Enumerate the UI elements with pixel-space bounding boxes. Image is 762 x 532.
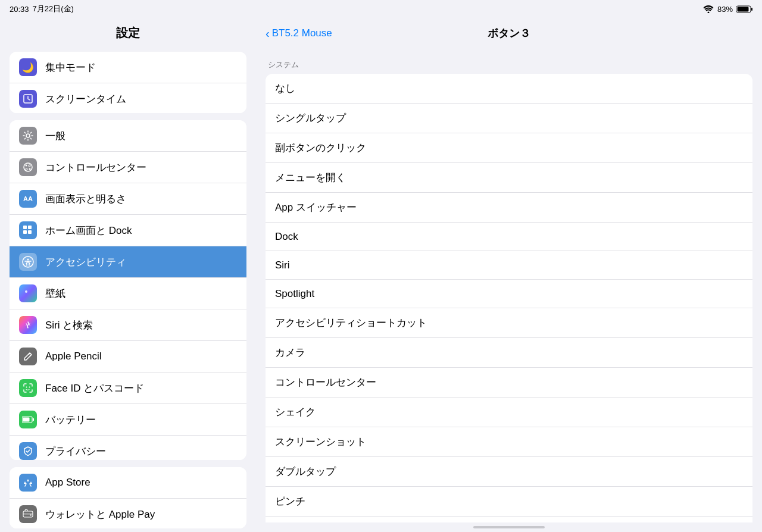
sidebar-item-wallpaper[interactable]: 壁紙 bbox=[10, 278, 246, 309]
svg-rect-24 bbox=[23, 513, 33, 515]
list-item[interactable]: なし bbox=[266, 74, 752, 104]
scroll-indicator bbox=[473, 526, 545, 528]
list-item[interactable]: ピンチ bbox=[266, 487, 752, 517]
svg-rect-10 bbox=[29, 165, 30, 167]
list-item[interactable]: Dock bbox=[266, 223, 752, 251]
section-label-system: システム bbox=[268, 60, 750, 70]
svg-rect-9 bbox=[26, 168, 27, 170]
back-chevron-icon: ‹ bbox=[266, 27, 270, 39]
list-item[interactable]: アクセシビリティショートカット bbox=[266, 308, 752, 338]
back-label: BT5.2 Mouse bbox=[272, 27, 332, 39]
sidebar-item-label-siri: Siri と検索 bbox=[45, 318, 93, 332]
list-item[interactable]: スクリーンショット bbox=[266, 427, 752, 457]
svg-point-18 bbox=[26, 387, 27, 388]
sidebar-item-label-focus: 集中モード bbox=[45, 61, 96, 74]
sidebar-item-label-battery: バッテリー bbox=[45, 413, 96, 427]
svg-point-7 bbox=[26, 165, 27, 167]
svg-point-6 bbox=[24, 163, 32, 171]
svg-rect-21 bbox=[33, 418, 34, 421]
wallet-icon bbox=[19, 505, 37, 523]
list-item[interactable]: メニューを開く bbox=[266, 163, 752, 193]
svg-rect-13 bbox=[23, 230, 27, 234]
sidebar-group-2: 一般 コントロールセンター AA 画面表示と明るさ bbox=[10, 120, 246, 460]
battery-icon-sidebar bbox=[19, 411, 37, 428]
list-item[interactable]: Spotlight bbox=[266, 280, 752, 308]
svg-rect-2 bbox=[751, 8, 752, 11]
sidebar-item-general[interactable]: 一般 bbox=[10, 120, 246, 152]
sidebar-item-control[interactable]: コントロールセンター bbox=[10, 152, 246, 183]
detail-header: ‹ BT5.2 Mouse ボタン３ bbox=[256, 18, 762, 49]
control-icon bbox=[19, 158, 37, 176]
svg-rect-22 bbox=[23, 418, 30, 422]
list-item[interactable]: ダブルタップ bbox=[266, 457, 752, 487]
sidebar-item-applepencil[interactable]: Apple Pencil bbox=[10, 341, 246, 373]
svg-point-5 bbox=[26, 134, 30, 137]
sidebar-title: 設定 bbox=[0, 18, 256, 48]
status-bar: 20:33 7月22日(金) 83% bbox=[0, 0, 762, 18]
list-item[interactable]: シェイク bbox=[266, 398, 752, 427]
sidebar-group-top: 🌙 集中モード スクリーンタイム bbox=[10, 52, 246, 113]
list-item[interactable]: Siri bbox=[266, 251, 752, 280]
sidebar-item-label-applepencil: Apple Pencil bbox=[45, 351, 102, 362]
back-button[interactable]: ‹ BT5.2 Mouse bbox=[266, 27, 332, 39]
sidebar-item-wallet[interactable]: ウォレットと Apple Pay bbox=[10, 499, 246, 528]
svg-point-19 bbox=[29, 387, 30, 388]
list-item[interactable]: シングルタップ bbox=[266, 104, 752, 133]
applepencil-icon bbox=[19, 348, 37, 365]
sidebar-item-label-general: 一般 bbox=[45, 129, 65, 143]
svg-point-17 bbox=[25, 290, 27, 293]
sidebar-item-focus[interactable]: 🌙 集中モード bbox=[10, 52, 246, 83]
list-item[interactable]: ピンチして回転 bbox=[266, 517, 752, 522]
svg-rect-14 bbox=[28, 230, 32, 234]
list-item[interactable]: カメラ bbox=[266, 338, 752, 368]
svg-rect-11 bbox=[23, 226, 27, 229]
sidebar-item-battery[interactable]: バッテリー bbox=[10, 404, 246, 436]
sidebar-item-label-homescreen: ホーム画面と Dock bbox=[45, 224, 132, 237]
sidebar-item-label-appstore: App Store bbox=[45, 477, 90, 489]
main-layout: 設定 🌙 集中モード スクリーンタイム bbox=[0, 18, 762, 532]
svg-rect-25 bbox=[30, 515, 32, 516]
status-bar-left: 20:33 7月22日(金) bbox=[10, 4, 74, 14]
display-icon: AA bbox=[19, 190, 37, 208]
privacy-icon bbox=[19, 442, 37, 460]
sidebar-item-label-control: コントロールセンター bbox=[45, 161, 146, 174]
sidebar-item-label-display: 画面表示と明るさ bbox=[45, 192, 126, 206]
accessibility-icon bbox=[19, 253, 37, 271]
detail-content: システム なしシングルタップ副ボタンのクリックメニューを開くApp スイッチャー… bbox=[256, 49, 762, 522]
time-display: 20:33 bbox=[10, 5, 29, 14]
battery-icon bbox=[736, 5, 752, 13]
sidebar-item-label-faceid: Face ID とパスコード bbox=[45, 381, 144, 395]
sidebar-item-screentime[interactable]: スクリーンタイム bbox=[10, 83, 246, 113]
status-bar-right: 83% bbox=[703, 5, 752, 14]
homescreen-icon bbox=[19, 221, 37, 239]
list-item[interactable]: 副ボタンのクリック bbox=[266, 133, 752, 163]
general-icon bbox=[19, 127, 37, 145]
sidebar-item-appstore[interactable]: App Store bbox=[10, 467, 246, 499]
detail-title: ボタン３ bbox=[488, 26, 530, 40]
sidebar-item-label-wallet: ウォレットと Apple Pay bbox=[45, 508, 155, 521]
sidebar-item-privacy[interactable]: プライバシー bbox=[10, 436, 246, 460]
sidebar-item-display[interactable]: AA 画面表示と明るさ bbox=[10, 183, 246, 215]
detail-panel: ‹ BT5.2 Mouse ボタン３ システム なしシングルタップ副ボタンのクリ… bbox=[256, 18, 762, 532]
siri-icon bbox=[19, 316, 37, 334]
svg-point-16 bbox=[27, 259, 29, 261]
screentime-icon bbox=[19, 90, 37, 108]
sidebar-item-label-privacy: プライバシー bbox=[45, 445, 106, 458]
sidebar-item-accessibility[interactable]: アクセシビリティ bbox=[10, 246, 246, 278]
faceid-icon bbox=[19, 379, 37, 397]
list-item[interactable]: コントロールセンター bbox=[266, 368, 752, 398]
focus-icon: 🌙 bbox=[19, 58, 37, 76]
system-list-group: なしシングルタップ副ボタンのクリックメニューを開くApp スイッチャーDockS… bbox=[266, 74, 752, 522]
sidebar-item-label-accessibility: アクセシビリティ bbox=[45, 255, 126, 269]
battery-percent: 83% bbox=[717, 5, 733, 14]
wallpaper-icon bbox=[19, 284, 37, 302]
wifi-icon bbox=[703, 5, 714, 13]
appstore-icon bbox=[19, 474, 37, 492]
sidebar-item-siri[interactable]: Siri と検索 bbox=[10, 309, 246, 341]
svg-rect-3 bbox=[738, 7, 749, 11]
list-item[interactable]: App スイッチャー bbox=[266, 193, 752, 223]
svg-point-0 bbox=[707, 11, 709, 13]
sidebar-item-faceid[interactable]: Face ID とパスコード bbox=[10, 373, 246, 404]
sidebar-item-homescreen[interactable]: ホーム画面と Dock bbox=[10, 215, 246, 246]
svg-rect-12 bbox=[28, 226, 32, 229]
